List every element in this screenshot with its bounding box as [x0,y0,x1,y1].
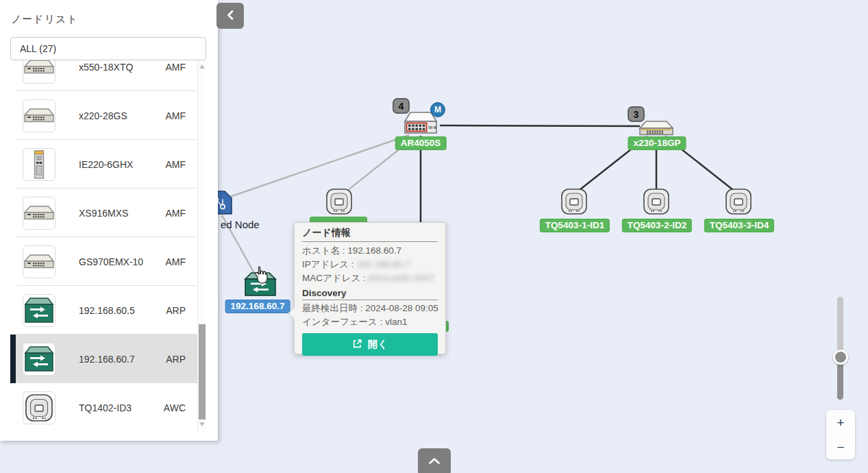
node-list-item-label: GS970EMX-10 [79,256,164,267]
field-label: インターフェース [302,317,377,327]
node-list-scrollbar[interactable] [197,60,205,432]
node-list-item-type: AMF [165,256,186,267]
wireless-ap-icon [23,391,55,424]
node-list-item-label: x220-28GS [79,110,164,121]
network-map-page: { "sidebar": { "title": "ノードリスト", "filte… [0,0,868,473]
scrollbar-thumb[interactable] [199,324,206,420]
tooltip-field: MACアドレス : e01a:ea5c:3007 [302,271,438,285]
open-node-button[interactable]: 開く [302,333,438,356]
industrial-switch-icon [23,148,55,181]
node-list: x550-18XTQAMFx220-28GSAMFIE220-6GHXAMFXS… [0,60,197,432]
node-list-panel: ノードリスト x550-18XTQAMFx220-28GSAMFIE220-6G… [0,0,218,441]
ap-map-icon[interactable] [325,188,353,215]
node-list-item[interactable]: x220-28GSAMF [10,91,197,140]
node-list-item-type: AMF [165,110,186,121]
field-label: ホスト名 [302,245,340,256]
node-label: ed Node [221,219,260,230]
arp-device-icon [23,343,55,376]
switch-icon [23,197,55,230]
collapse-sidebar-button[interactable] [216,3,244,29]
field-value: e01a:ea5c:3007 [369,273,435,283]
node-list-item-type: AMF [165,62,186,73]
zoom-buttons-card: + − [826,410,855,459]
zoom-slider-thumb[interactable] [833,350,848,365]
topology-link [440,125,640,126]
ap-map-icon[interactable] [560,188,588,215]
topology-link [228,135,409,197]
node-badge-count: 4 [393,98,410,114]
external-link-icon [352,339,362,351]
tooltip-fields: ホスト名 : 192.168.60.7IPアドレス : 192.168.60.7… [302,244,438,285]
field-value: vlan1 [385,317,407,327]
switch-icon [23,245,55,278]
arp-device-icon [23,294,55,327]
node-label[interactable]: TQ5403-1-ID1 [540,219,610,232]
field-label: IPアドレス [302,259,349,269]
open-button-label: 開く [368,338,388,351]
node-list-item-type: ARP [166,305,186,316]
node-badge-count: 3 [628,106,645,122]
node-list-item-label: IE220-6GHX [79,159,164,170]
node-list-item-label: x550-18XTQ [79,62,164,73]
node-list-title: ノードリスト [11,13,78,26]
node-list-item[interactable]: x550-18XTQAMF [10,60,197,91]
chevron-up-icon [427,457,441,468]
node-list-item-type: ARP [166,354,186,365]
zoom-out-button[interactable]: − [826,435,855,459]
node-list-item-type: AMF [165,159,186,170]
node-info-tooltip: ノード情報 ホスト名 : 192.168.60.7IPアドレス : 192.16… [294,222,446,354]
hand-cursor-icon [252,265,271,287]
node-label[interactable]: AR4050S [395,136,447,150]
tooltip-field: インターフェース : vlan1 [302,315,438,329]
scroll-up-icon[interactable] [199,64,205,69]
node-list-item[interactable]: TQ1402-ID3AWC [10,383,197,432]
tooltip-field: ホスト名 : 192.168.60.7 [302,244,438,258]
field-label: 最終検出日時 [302,303,358,313]
node-label[interactable]: TQ5403-3-ID4 [704,219,774,232]
node-list-item[interactable]: IE220-6GHXAMF [10,140,197,189]
node-list-item-label: 192.168.60.7 [79,354,164,365]
arp-map-icon[interactable] [244,271,277,298]
node-list-item-type: AMF [165,208,186,219]
expand-bottom-panel-button[interactable] [418,448,451,473]
tooltip-section-title: Discovery [302,288,438,300]
field-value: 192.168.60.7 [347,245,401,256]
node-list-item-label: TQ1402-ID3 [79,402,164,413]
node-filter-select[interactable] [10,37,206,60]
scroll-down-icon[interactable] [199,422,205,426]
node-list-item[interactable]: GS970EMX-10AMF [10,237,197,286]
tooltip-discovery-fields: 最終検出日時 : 2024-08-28 09:05インターフェース : vlan… [302,302,438,329]
field-value: 192.168.60.7 [356,259,410,269]
chevron-left-icon [225,9,235,23]
field-label: MACアドレス [302,273,360,283]
field-value: 2024-08-28 09:05 [365,303,438,313]
node-badge-master: M [430,102,445,117]
switch-icon [23,60,55,84]
node-list-item[interactable]: 192.168.60.7ARP [10,335,197,383]
node-label[interactable]: TQ5403-2-ID2 [622,219,692,232]
node-list-item-label: 192.168.60.5 [79,305,164,316]
node-list-item[interactable]: 192.168.60.5ARP [10,286,197,335]
node-label[interactable]: 192.168.60.7 [225,300,290,313]
node-list-item[interactable]: XS916MXSAMF [10,189,197,237]
tooltip-title: ノード情報 [302,227,438,242]
ap-map-icon[interactable] [643,188,670,215]
ap-map-icon[interactable] [725,188,752,215]
tooltip-field: IPアドレス : 192.168.60.7 [302,258,438,271]
node-label[interactable]: x230-18GP [628,136,686,150]
tooltip-field: 最終検出日時 : 2024-08-28 09:05 [302,302,438,315]
node-list-item-label: XS916MXS [79,208,164,219]
node-list-item-type: AWC [164,402,186,413]
zoom-in-button[interactable]: + [826,410,855,435]
switch-map-icon[interactable] [638,120,674,136]
switch-icon [23,99,55,132]
